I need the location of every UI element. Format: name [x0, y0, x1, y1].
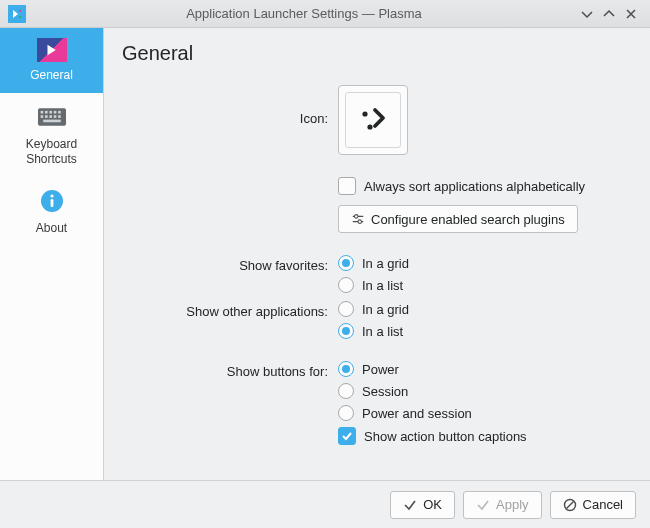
- svg-point-1: [19, 9, 21, 11]
- titlebar: Application Launcher Settings — Plasma: [0, 0, 650, 28]
- svg-rect-11: [45, 115, 48, 118]
- sidebar-item-label: About: [36, 221, 67, 236]
- cancel-icon: [563, 498, 577, 512]
- page-title: General: [122, 42, 626, 65]
- window-title: Application Launcher Settings — Plasma: [32, 6, 576, 21]
- svg-rect-7: [49, 111, 52, 114]
- captions-label: Show action button captions: [364, 429, 527, 444]
- sidebar-item-general[interactable]: General: [0, 28, 103, 93]
- buttons-session-radio[interactable]: Session: [338, 383, 626, 399]
- svg-marker-0: [13, 10, 18, 18]
- info-icon: [38, 187, 66, 215]
- minimize-button[interactable]: [576, 3, 598, 25]
- other-grid-radio[interactable]: In a grid: [338, 301, 626, 317]
- icon-button[interactable]: [338, 85, 408, 155]
- favorites-list-radio[interactable]: In a list: [338, 277, 626, 293]
- sidebar-item-keyboard-shortcuts[interactable]: Keyboard Shortcuts: [0, 93, 103, 177]
- check-icon: [476, 498, 490, 512]
- svg-rect-5: [40, 111, 43, 114]
- app-icon: [8, 5, 26, 23]
- svg-rect-6: [45, 111, 48, 114]
- svg-point-2: [19, 15, 21, 17]
- show-buttons-label: Show buttons for:: [122, 361, 338, 379]
- svg-rect-13: [53, 115, 56, 118]
- svg-rect-8: [53, 111, 56, 114]
- close-button[interactable]: [620, 3, 642, 25]
- icon-label: Icon:: [122, 85, 338, 126]
- configure-plugins-label: Configure enabled search plugins: [371, 212, 565, 227]
- buttons-power-radio[interactable]: Power: [338, 361, 626, 377]
- other-list-radio[interactable]: In a list: [338, 323, 626, 339]
- show-other-label: Show other applications:: [122, 301, 338, 319]
- ok-button[interactable]: OK: [390, 491, 455, 519]
- sidebar-item-about[interactable]: About: [0, 177, 103, 246]
- launcher-icon: [37, 38, 67, 62]
- svg-rect-18: [50, 199, 53, 207]
- sidebar-item-label: General: [30, 68, 73, 83]
- sidebar: General Keyboard Shortcuts About: [0, 28, 104, 480]
- svg-rect-15: [43, 120, 61, 123]
- always-sort-label: Always sort applications alphabetically: [364, 179, 585, 194]
- show-favorites-label: Show favorites:: [122, 255, 338, 273]
- svg-point-17: [50, 194, 53, 197]
- maximize-button[interactable]: [598, 3, 620, 25]
- svg-rect-14: [58, 115, 61, 118]
- keyboard-icon: [38, 103, 66, 131]
- svg-point-22: [358, 220, 362, 224]
- always-sort-checkbox[interactable]: Always sort applications alphabetically: [338, 177, 626, 195]
- svg-line-24: [566, 501, 573, 508]
- favorites-grid-radio[interactable]: In a grid: [338, 255, 626, 271]
- svg-rect-10: [40, 115, 43, 118]
- captions-checkbox[interactable]: Show action button captions: [338, 427, 626, 445]
- svg-point-21: [355, 215, 359, 219]
- configure-plugins-button[interactable]: Configure enabled search plugins: [338, 205, 578, 233]
- buttons-both-radio[interactable]: Power and session: [338, 405, 626, 421]
- sidebar-item-label: Keyboard Shortcuts: [4, 137, 99, 167]
- svg-marker-3: [47, 45, 55, 56]
- check-icon: [403, 498, 417, 512]
- svg-point-19: [362, 111, 367, 116]
- apply-button[interactable]: Apply: [463, 491, 542, 519]
- svg-rect-9: [58, 111, 61, 114]
- cancel-button[interactable]: Cancel: [550, 491, 636, 519]
- svg-rect-12: [49, 115, 52, 118]
- sliders-icon: [351, 212, 365, 226]
- plasma-start-icon: [353, 100, 393, 140]
- footer: OK Apply Cancel: [0, 480, 650, 528]
- svg-point-20: [367, 124, 372, 129]
- content-area: General Icon:: [104, 28, 650, 480]
